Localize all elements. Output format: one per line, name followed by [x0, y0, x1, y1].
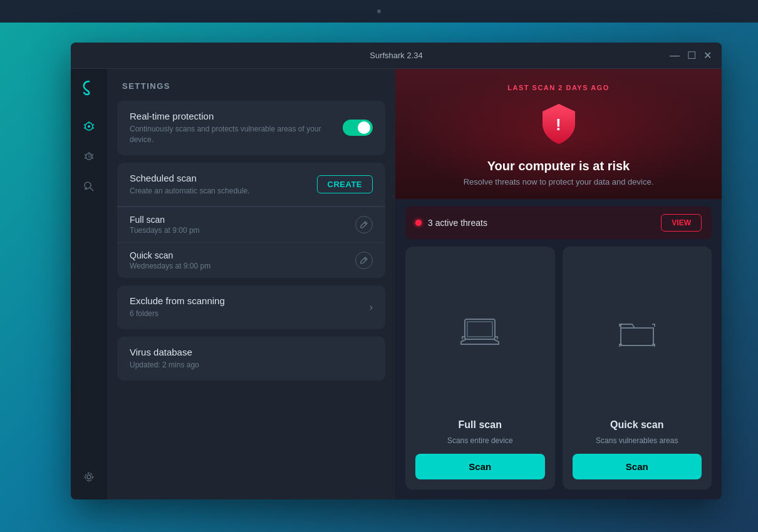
virus-db-info: Virus database Updated: 2 mins ago	[130, 347, 199, 371]
real-time-toggle[interactable]: ✓	[343, 120, 373, 136]
main-window: Surfshark 2.34 — ☐ ✕	[71, 43, 722, 499]
scheduled-scan-row: Scheduled scan Create an automatic scan …	[117, 163, 385, 207]
shield-icon-wrap: !	[539, 101, 579, 149]
quick-scan-button[interactable]: Scan	[573, 454, 702, 479]
real-time-section: Real-time protection Continuously scans …	[117, 101, 385, 155]
quick-scan-card-title: Quick scan	[610, 419, 663, 431]
sidebar-item-antivirus[interactable]	[76, 114, 101, 139]
laptop-outline-icon	[460, 317, 500, 352]
real-time-title: Real-time protection	[130, 111, 343, 121]
exclude-row: Exclude from scanning 6 folders ›	[117, 285, 385, 329]
taskbar-dot	[377, 9, 381, 13]
svg-text:⚙: ⚙	[88, 154, 91, 158]
virus-db-section: Virus database Updated: 2 mins ago	[117, 337, 385, 381]
create-schedule-button[interactable]: CREATE	[317, 175, 373, 193]
toggle-check-icon: ✓	[363, 124, 369, 132]
quick-scan-schedule-time: Wednesdays at 9:00 pm	[130, 262, 210, 270]
full-scan-schedule-info: Full scan Tuesdays at 9:00 pm	[130, 215, 200, 235]
svg-line-10	[92, 158, 93, 158]
svg-line-3	[93, 128, 94, 128]
svg-line-12	[85, 158, 86, 158]
svg-line-21	[365, 258, 366, 260]
real-time-info: Real-time protection Continuously scans …	[130, 111, 343, 145]
svg-point-18	[87, 475, 91, 479]
svg-line-15	[90, 188, 93, 191]
scheduled-scan-title: Scheduled scan	[130, 173, 249, 183]
threat-indicator-dot	[415, 220, 422, 226]
svg-point-6	[88, 125, 90, 128]
scheduled-scan-section: Scheduled scan Create an automatic scan …	[117, 163, 385, 279]
risk-subtitle: Resolve threats now to protect your data…	[464, 177, 654, 187]
virus-db-desc: Updated: 2 mins ago	[130, 360, 199, 371]
quick-scan-schedule-row: Quick scan Wednesdays at 9:00 pm	[117, 242, 385, 278]
content-area: ⚙	[71, 69, 722, 499]
virus-db-title: Virus database	[130, 347, 199, 357]
exclude-title: Exclude from scanning	[130, 295, 225, 306]
laptop-icon	[460, 259, 500, 409]
sidebar: ⚙	[71, 69, 107, 499]
svg-line-2	[93, 125, 94, 125]
sidebar-item-antivirus-settings[interactable]: ⚙	[76, 144, 101, 169]
exclude-desc: 6 folders	[130, 309, 225, 319]
bug-icon	[83, 120, 95, 133]
full-scan-schedule-time: Tuesdays at 9:00 pm	[130, 226, 200, 235]
minimize-button[interactable]: —	[670, 51, 680, 61]
folder-outline-icon	[618, 318, 656, 350]
logo-icon	[80, 79, 98, 96]
close-button[interactable]: ✕	[703, 51, 712, 61]
logo	[80, 79, 98, 99]
full-scan-card-desc: Scans entire device	[447, 436, 513, 446]
view-threats-button[interactable]: VIEW	[661, 214, 702, 232]
risk-title: Your computer is at risk	[487, 159, 630, 173]
full-scan-schedule-title: Full scan	[130, 215, 200, 225]
quick-scan-card: Quick scan Scans vulnerables areas Scan	[563, 247, 712, 489]
quick-scan-schedule-info: Quick scan Wednesdays at 9:00 pm	[130, 250, 210, 270]
right-panel: LAST SCAN 2 DAYS AGO !	[395, 69, 722, 499]
full-scan-card-title: Full scan	[459, 419, 502, 431]
quick-scan-edit-button[interactable]	[355, 252, 373, 269]
window-title: Surfshark 2.34	[370, 51, 423, 60]
edit-pencil-icon	[360, 220, 368, 229]
svg-text:!: !	[556, 115, 561, 134]
full-scan-button[interactable]: Scan	[415, 454, 545, 479]
settings-header: SETTINGS	[107, 69, 395, 101]
desktop: Surfshark 2.34 — ☐ ✕	[0, 0, 758, 532]
virus-db-row: Virus database Updated: 2 mins ago	[117, 337, 385, 381]
bug-settings-icon: ⚙	[83, 150, 95, 163]
real-time-desc: Continuously scans and protects vulnerab…	[130, 124, 343, 145]
scheduled-scan-info: Scheduled scan Create an automatic scan …	[130, 173, 249, 197]
scan-cards: Full scan Scans entire device Scan	[395, 247, 722, 499]
risk-banner: LAST SCAN 2 DAYS AGO !	[395, 69, 722, 199]
edit-pencil-icon-2	[360, 256, 368, 265]
svg-rect-23	[465, 319, 495, 339]
svg-point-14	[85, 182, 91, 188]
real-time-row: Real-time protection Continuously scans …	[117, 101, 385, 155]
shield-warning-icon: !	[539, 101, 579, 146]
scheduled-scan-desc: Create an automatic scan schedule.	[130, 186, 249, 197]
full-scan-card: Full scan Scans entire device Scan	[405, 247, 555, 489]
threats-count: 3 active threats	[428, 218, 487, 228]
taskbar	[0, 0, 758, 23]
svg-line-5	[84, 128, 85, 128]
sidebar-item-gear[interactable]	[76, 464, 101, 489]
quick-scan-schedule-title: Quick scan	[130, 250, 210, 260]
svg-line-9	[92, 155, 93, 155]
exclude-info: Exclude from scanning 6 folders	[130, 295, 225, 319]
svg-line-4	[84, 125, 85, 125]
quick-scan-card-desc: Scans vulnerables areas	[596, 436, 678, 446]
sidebar-item-search[interactable]	[76, 174, 101, 199]
threats-left: 3 active threats	[415, 218, 487, 228]
svg-point-19	[85, 473, 93, 481]
maximize-button[interactable]: ☐	[687, 51, 696, 61]
svg-line-20	[365, 223, 366, 225]
title-bar: Surfshark 2.34 — ☐ ✕	[71, 43, 722, 69]
settings-panel: SETTINGS Real-time protection Continuous…	[107, 69, 395, 499]
svg-line-11	[85, 155, 86, 155]
full-scan-edit-button[interactable]	[355, 216, 373, 233]
chevron-right-icon: ›	[370, 302, 373, 313]
exclude-section[interactable]: Exclude from scanning 6 folders ›	[117, 285, 385, 329]
folder-icon	[618, 259, 656, 409]
gear-icon	[83, 471, 95, 483]
last-scan-label: LAST SCAN 2 DAYS AGO	[507, 84, 609, 91]
window-controls: — ☐ ✕	[670, 51, 712, 61]
